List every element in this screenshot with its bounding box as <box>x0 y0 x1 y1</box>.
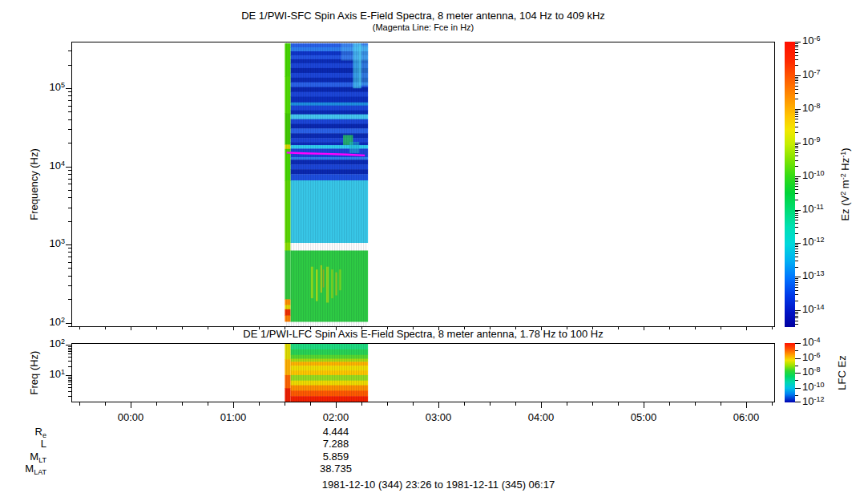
cbar-sfc-minor-tick <box>795 244 798 245</box>
sfc-y-major-tick <box>66 323 71 324</box>
cbar-sfc-minor-tick <box>795 189 798 190</box>
time-major-tick-upper <box>131 327 131 330</box>
time-minor-tick <box>567 402 567 406</box>
cbar-sfc-minor-tick <box>795 114 798 115</box>
time-major-tick-upper <box>746 327 747 330</box>
cbar-sfc-minor-tick <box>795 313 798 314</box>
cbar-sfc-minor-tick <box>795 83 798 83</box>
sfc-y-minor-tick <box>68 51 71 51</box>
cbar-sfc-major-tick <box>795 75 801 76</box>
cbar-sfc-minor-tick <box>795 147 798 148</box>
cbar-sfc-minor-tick <box>795 200 798 200</box>
time-minor-tick-upper <box>361 327 362 329</box>
cbar-sfc-minor-tick <box>795 257 798 257</box>
sfc-y-minor-tick <box>68 65 71 66</box>
cbar-sfc-minor-tick <box>795 49 798 50</box>
cbar-sfc-minor-tick <box>795 99 798 99</box>
time-minor-tick-upper <box>592 327 593 329</box>
lfc-y-tick-label: 102 <box>21 337 65 350</box>
lfc-y-minor-tick <box>68 384 71 385</box>
sfc-y-minor-tick <box>68 190 71 191</box>
cbar-sfc-minor-tick <box>795 55 798 56</box>
cbar-sfc-minor-tick <box>795 156 798 156</box>
sfc-y-minor-tick <box>68 268 71 269</box>
time-minor-tick-upper <box>310 327 311 329</box>
time-tick-label: 01:00 <box>209 411 257 423</box>
sfc-y-minor-tick <box>68 95 71 96</box>
cbar-lfc-minor-tick <box>795 395 798 396</box>
sfc-y-minor-tick <box>68 143 71 143</box>
sfc-y-major-tick <box>66 244 71 245</box>
cbar-sfc-minor-tick <box>795 119 798 119</box>
cbar-sfc-minor-tick <box>795 89 798 90</box>
cbar-sfc-minor-tick <box>795 144 798 145</box>
cbar-sfc-major-tick <box>795 143 801 143</box>
cbar-sfc-minor-tick <box>795 77 798 78</box>
time-minor-tick <box>695 402 696 406</box>
cbar-sfc-major-tick <box>795 42 801 42</box>
time-minor-tick <box>669 402 670 406</box>
sfc-y-minor-tick <box>68 91 71 92</box>
time-major-tick-upper <box>438 327 439 330</box>
cbar-sfc-tick-label: 10-9 <box>802 135 820 147</box>
cbar-sfc-minor-tick <box>795 253 798 254</box>
time-minor-tick-upper <box>182 327 183 329</box>
cbar-sfc-minor-tick <box>795 65 798 66</box>
cbar-sfc-minor-tick <box>795 180 798 180</box>
time-range-footer: 1981-12-10 (344) 23:26 to 1981-12-11 (34… <box>160 479 717 491</box>
cbar-sfc-minor-tick <box>795 227 798 228</box>
time-minor-tick <box>156 402 157 406</box>
sfc-y-major-tick <box>66 167 71 168</box>
cbar-sfc-minor-tick <box>795 324 798 325</box>
cbar-sfc-minor-tick <box>795 146 798 147</box>
time-minor-tick <box>259 402 260 406</box>
cbar-lfc-major-tick <box>795 402 801 402</box>
cbar-sfc-minor-tick <box>795 86 798 87</box>
time-tick-label: 00:00 <box>107 411 155 423</box>
cbar-sfc-minor-tick <box>795 45 798 46</box>
cbar-sfc-minor-tick <box>795 248 798 249</box>
cbar-sfc-minor-tick <box>795 112 798 113</box>
time-minor-tick <box>772 402 773 406</box>
cbar-lfc-tick-label: 10-6 <box>802 351 820 363</box>
sfc-y-minor-tick <box>68 106 71 107</box>
time-minor-tick <box>592 402 593 406</box>
cbar-sfc-minor-tick <box>795 127 798 127</box>
cbar-sfc-minor-tick <box>795 285 798 285</box>
cbar-sfc-minor-tick <box>795 193 798 194</box>
cbar-lfc-tick-label: 10-12 <box>802 395 824 407</box>
time-minor-tick <box>721 402 721 406</box>
cbar-lfc-tick-label: 10-10 <box>802 381 824 393</box>
time-major-tick <box>746 402 747 408</box>
sfc-y-minor-tick <box>68 257 71 257</box>
orbit-value-3: 38.735 <box>296 463 376 475</box>
time-minor-tick-upper <box>387 327 388 329</box>
cbar-sfc-major-tick <box>795 176 801 177</box>
time-major-tick <box>336 402 337 408</box>
sfc-y-minor-tick <box>68 252 71 253</box>
sfc-y-minor-tick <box>68 174 71 175</box>
time-minor-tick-upper <box>208 327 208 329</box>
cbar-sfc-minor-tick <box>795 267 798 268</box>
sfc-y-minor-tick <box>68 285 71 286</box>
time-minor-tick <box>490 402 491 406</box>
lfc-panel-title: DE 1/PWI-LFC Spin Axis E-Field Spectra, … <box>71 328 775 340</box>
lfc-y-minor-tick <box>68 357 71 358</box>
sfc-y-minor-tick <box>68 119 71 120</box>
time-minor-tick <box>361 402 362 406</box>
time-major-tick <box>131 402 131 408</box>
cbar-lfc-major-tick <box>795 388 801 389</box>
cbar-sfc-major-tick <box>795 243 801 244</box>
cbar-sfc-minor-tick <box>795 181 798 182</box>
sfc-y-tick-label: 102 <box>21 316 65 328</box>
sfc-y-minor-tick <box>68 184 71 184</box>
sfc-y-tick-label: 104 <box>21 160 65 172</box>
time-minor-tick-upper <box>285 327 285 329</box>
sfc-y-minor-tick <box>68 221 71 222</box>
cbar-lfc-major-tick <box>795 343 801 344</box>
cbar-sfc-tick-label: 10-10 <box>802 169 824 181</box>
time-tick-label: 05:00 <box>620 411 668 423</box>
cbar-lfc-major-tick <box>795 373 801 374</box>
cbar-sfc-minor-tick <box>795 213 798 214</box>
time-major-tick <box>541 402 542 408</box>
